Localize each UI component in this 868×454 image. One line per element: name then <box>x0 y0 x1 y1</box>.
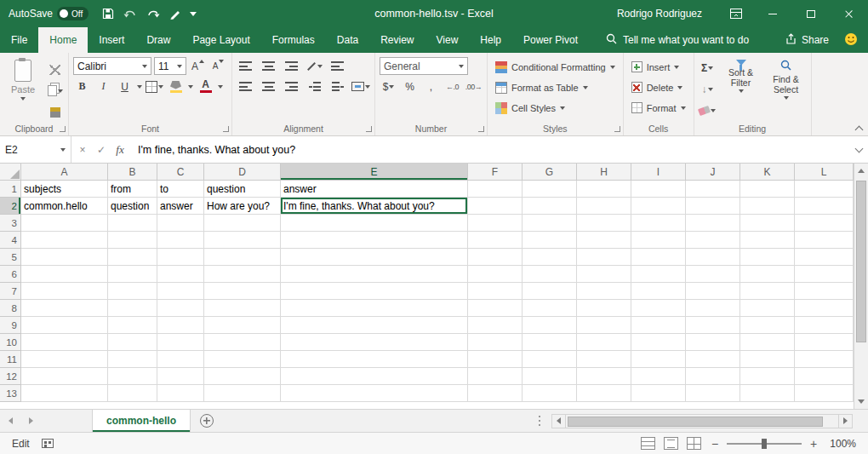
row-header-10[interactable]: 10 <box>0 334 21 351</box>
copy-button[interactable] <box>46 82 64 100</box>
cell-B4[interactable] <box>108 232 157 249</box>
cell-F1[interactable] <box>468 181 523 198</box>
cell-C7[interactable] <box>157 283 204 300</box>
row-header-8[interactable]: 8 <box>0 300 21 317</box>
cell-C2[interactable]: answer <box>157 198 204 215</box>
row-header-7[interactable]: 7 <box>0 283 21 300</box>
cell-J9[interactable] <box>686 317 740 334</box>
cell-H3[interactable] <box>577 215 631 232</box>
cell-H2[interactable] <box>577 198 631 215</box>
cell-F8[interactable] <box>468 300 523 317</box>
row-header-12[interactable]: 12 <box>0 368 21 385</box>
cell-I1[interactable] <box>631 181 686 198</box>
number-format-combo[interactable]: General <box>380 57 468 75</box>
user-name[interactable]: Rodrigo Rodriguez <box>617 8 702 20</box>
styles-dialog-launcher-icon[interactable] <box>614 126 620 132</box>
sheet-nav-left-button[interactable] <box>0 410 20 432</box>
percent-button[interactable]: % <box>401 78 419 95</box>
cell-J1[interactable] <box>686 181 740 198</box>
cell-L6[interactable] <box>795 266 854 283</box>
zoom-slider[interactable] <box>727 443 802 445</box>
cancel-button[interactable]: × <box>73 136 92 163</box>
font-size-combo[interactable]: 11 <box>154 57 186 75</box>
column-header-E[interactable]: E <box>281 164 468 181</box>
cell-J12[interactable] <box>686 368 740 385</box>
decrease-decimal-button[interactable]: .00→ <box>465 78 483 95</box>
merge-center-button[interactable] <box>351 78 370 95</box>
cell-D1[interactable]: question <box>204 181 281 198</box>
zoom-in-button[interactable]: + <box>808 437 819 451</box>
undo-icon[interactable] <box>123 9 137 20</box>
cell-G10[interactable] <box>523 334 577 351</box>
cell-J3[interactable] <box>686 215 740 232</box>
sort-filter-button[interactable]: Sort & Filter <box>721 57 762 93</box>
cell-G6[interactable] <box>523 266 577 283</box>
wrap-text-button[interactable] <box>328 57 346 75</box>
cell-J8[interactable] <box>686 300 740 317</box>
cell-C3[interactable] <box>157 215 204 232</box>
cell-B13[interactable] <box>108 385 157 402</box>
cell-F2[interactable] <box>468 198 523 215</box>
row-header-6[interactable]: 6 <box>0 266 21 283</box>
page-break-view-button[interactable] <box>687 437 701 450</box>
cell-A8[interactable] <box>21 300 108 317</box>
cell-J5[interactable] <box>686 249 740 266</box>
row-header-11[interactable]: 11 <box>0 351 21 368</box>
cell-K5[interactable] <box>740 249 795 266</box>
cell-A5[interactable] <box>21 249 108 266</box>
delete-cells-button[interactable]: Delete <box>628 78 687 97</box>
align-right-button[interactable] <box>283 78 300 95</box>
cell-E8[interactable] <box>281 300 468 317</box>
column-header-L[interactable]: L <box>795 164 854 181</box>
format-cells-button[interactable]: Format <box>628 98 689 118</box>
redo-icon[interactable] <box>146 9 160 20</box>
horizontal-scrollbar-thumb[interactable] <box>568 417 823 427</box>
cell-I8[interactable] <box>631 300 686 317</box>
row-header-13[interactable]: 13 <box>0 385 21 402</box>
scroll-down-button[interactable] <box>854 394 868 409</box>
tab-data[interactable]: Data <box>326 27 369 53</box>
cell-F12[interactable] <box>468 368 523 385</box>
tab-formulas[interactable]: Formulas <box>261 27 326 53</box>
clipboard-dialog-launcher-icon[interactable] <box>60 126 66 132</box>
find-select-button[interactable]: Find & Select <box>766 57 807 100</box>
share-button[interactable]: Share <box>785 33 829 47</box>
cell-H5[interactable] <box>577 249 631 266</box>
column-header-G[interactable]: G <box>523 164 577 181</box>
cell-J7[interactable] <box>686 283 740 300</box>
shrink-font-button[interactable]: A <box>209 57 227 75</box>
cell-H10[interactable] <box>577 334 631 351</box>
qat-dropdown-icon[interactable] <box>190 12 197 16</box>
cell-E7[interactable] <box>281 283 468 300</box>
cell-K8[interactable] <box>740 300 795 317</box>
cell-K11[interactable] <box>740 351 795 368</box>
format-painter-button[interactable] <box>46 103 64 121</box>
font-family-combo[interactable]: Calibri <box>73 57 151 75</box>
cell-I5[interactable] <box>631 249 686 266</box>
cell-K2[interactable] <box>740 198 795 215</box>
sheet-tab-common-hello[interactable]: common-hello <box>92 410 191 432</box>
cell-J6[interactable] <box>686 266 740 283</box>
cell-A9[interactable] <box>21 317 108 334</box>
formula-input[interactable]: I'm fine, thanks. What about you? <box>131 136 849 163</box>
tab-splitter-handle[interactable] <box>538 415 545 427</box>
cell-F7[interactable] <box>468 283 523 300</box>
close-button[interactable] <box>830 0 868 27</box>
column-header-C[interactable]: C <box>157 164 204 181</box>
cell-G2[interactable] <box>523 198 577 215</box>
column-header-A[interactable]: A <box>21 164 108 181</box>
cell-J11[interactable] <box>686 351 740 368</box>
tab-review[interactable]: Review <box>369 27 425 53</box>
cell-I6[interactable] <box>631 266 686 283</box>
cell-A2[interactable]: common.hello <box>21 198 108 215</box>
cell-F9[interactable] <box>468 317 523 334</box>
borders-button[interactable] <box>146 78 163 95</box>
cell-H9[interactable] <box>577 317 631 334</box>
cell-C9[interactable] <box>157 317 204 334</box>
name-box[interactable]: E2 <box>0 136 71 163</box>
row-header-2[interactable]: 2 <box>0 198 21 215</box>
cell-L1[interactable] <box>795 181 854 198</box>
cell-C10[interactable] <box>157 334 204 351</box>
enter-button[interactable]: ✓ <box>92 136 111 163</box>
zoom-slider-thumb[interactable] <box>762 439 767 449</box>
